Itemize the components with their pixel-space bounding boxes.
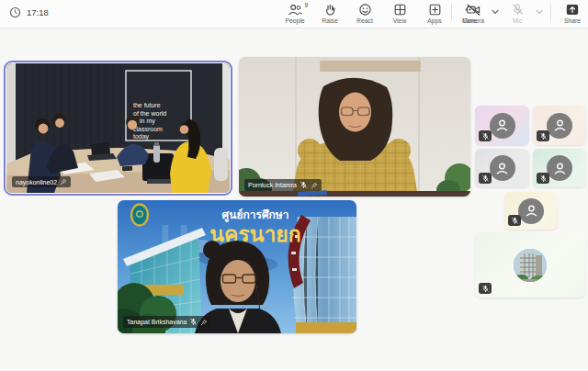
avatar <box>518 198 544 224</box>
video-feed-meeting-room: the futureof the worldis in myclassroomt… <box>6 63 230 193</box>
mic-off-icon <box>481 285 490 293</box>
participant-name-label: nayokonline02 <box>12 176 71 187</box>
mic-options-chevron[interactable] <box>536 0 543 21</box>
meeting-room-scene: the futureof the worldis in myclassroomt… <box>6 63 230 193</box>
raise-label: Raise <box>322 17 337 24</box>
participant-thumbnail[interactable] <box>475 149 529 187</box>
background-title-line2: นครนายก <box>209 222 301 246</box>
mic-off-icon <box>189 318 198 326</box>
participant-thumbnail[interactable] <box>533 149 586 187</box>
toolbar-divider <box>550 4 551 21</box>
camera-options-chevron[interactable] <box>492 0 499 21</box>
people-icon <box>288 3 303 17</box>
mic-off-icon <box>481 174 490 183</box>
person-silhouette-icon <box>552 161 568 176</box>
muted-mic-badge <box>537 173 549 184</box>
mic-off-icon <box>539 174 548 183</box>
meeting-timer: 17:18 <box>9 6 49 18</box>
muted-mic-badge <box>479 283 492 294</box>
react-button[interactable]: React <box>351 0 379 24</box>
apps-icon <box>428 3 442 17</box>
view-label: View <box>393 17 407 24</box>
avatar <box>490 113 515 139</box>
mic-off-icon <box>300 181 308 189</box>
participant-name: Tanapat Brikshavana <box>127 319 187 325</box>
mic-button[interactable]: Mic <box>503 0 531 24</box>
view-button[interactable]: View <box>386 0 413 24</box>
person-silhouette-icon <box>494 118 510 133</box>
participant-thumbnail[interactable] <box>504 192 558 230</box>
people-button[interactable]: 9 People <box>281 0 309 24</box>
raise-hand-icon <box>323 3 337 17</box>
mic-label: Mic <box>513 17 523 24</box>
muted-mic-badge <box>479 173 492 184</box>
muted-mic-badge <box>508 215 521 226</box>
tanapat-virtual-background-scene: U <box>118 200 356 333</box>
people-label: People <box>285 17 304 24</box>
avatar-building-photo <box>514 249 547 282</box>
apps-label: Apps <box>427 17 442 24</box>
person-silhouette-icon <box>552 118 568 133</box>
video-tile-tanapat-brikshavana[interactable]: U <box>118 200 356 333</box>
person-silhouette-icon <box>524 203 539 219</box>
timer-text: 17:18 <box>27 7 49 17</box>
building-photo-icon <box>514 249 547 282</box>
participant-name: Pornluck Intamra <box>248 182 297 188</box>
participant-name-label: Pornluck Intamra <box>244 179 322 191</box>
pin-icon <box>200 319 208 326</box>
toolbar-divider <box>451 4 452 21</box>
mic-off-icon <box>481 132 490 141</box>
chevron-down-icon <box>536 9 543 15</box>
participant-name: nayokonline02 <box>16 179 57 186</box>
mic-off-icon <box>511 3 525 17</box>
avatar <box>547 113 572 139</box>
video-tile-nayokonline02[interactable]: the futureof the worldis in myclassroomt… <box>4 61 232 196</box>
clock-icon <box>9 6 21 18</box>
share-button[interactable]: Share <box>559 0 586 24</box>
pornluck-scene <box>239 57 470 197</box>
muted-mic-badge <box>537 130 549 141</box>
muted-mic-badge <box>479 130 492 141</box>
raise-hand-button[interactable]: Raise <box>316 0 344 24</box>
video-feed-pornluck <box>239 57 470 197</box>
camera-button[interactable]: Camera <box>459 0 487 24</box>
person-silhouette-icon <box>494 161 510 176</box>
react-label: React <box>356 17 373 24</box>
meeting-toolbar: 17:18 9 People Raise <box>0 0 588 28</box>
video-feed-tanapat: U <box>118 200 356 333</box>
video-tile-pornluck-intamra[interactable]: Pornluck Intamra <box>239 57 470 197</box>
view-grid-icon <box>393 3 407 17</box>
teams-meeting-window: 17:18 9 People Raise <box>0 0 588 371</box>
react-smiley-icon <box>358 3 372 17</box>
participant-thumbnail[interactable] <box>475 232 585 298</box>
participant-count-badge: 9 <box>304 2 308 8</box>
pin-icon <box>60 178 67 186</box>
participant-thumbnail[interactable] <box>533 106 586 145</box>
background-title-line1: ศูนย์การศึกษา <box>222 208 289 222</box>
mic-off-icon <box>511 217 519 225</box>
camera-label: Camera <box>462 17 484 24</box>
avatar <box>547 155 572 181</box>
pin-icon <box>311 182 318 189</box>
share-screen-icon <box>565 3 580 17</box>
participant-name-label: Tanapat Brikshavana <box>123 316 211 328</box>
mic-off-icon <box>539 132 548 141</box>
participant-thumbnail[interactable] <box>475 106 529 145</box>
chevron-down-icon <box>492 9 499 15</box>
avatar <box>490 155 515 181</box>
camera-off-icon <box>466 3 481 17</box>
apps-button[interactable]: Apps <box>421 0 448 24</box>
share-label: Share <box>564 17 581 24</box>
